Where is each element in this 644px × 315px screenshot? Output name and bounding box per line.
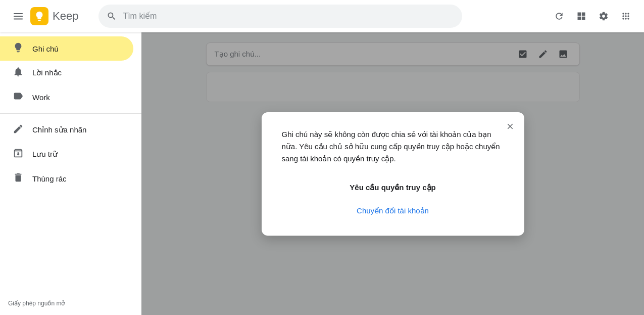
dialog-actions: Yêu cầu quyền truy cập Chuyển đổi tài kh…: [282, 179, 504, 219]
refresh-button[interactable]: [549, 6, 569, 26]
menu-icon[interactable]: [8, 6, 28, 26]
bell-icon: [12, 66, 24, 80]
sidebar-item-archive-label: Lưu trữ: [32, 150, 58, 159]
sidebar-item-work[interactable]: Work: [0, 85, 133, 109]
dialog-overlay: Ghi chú này sẽ không còn được chia sẻ vớ…: [141, 32, 644, 315]
sidebar-footer[interactable]: Giấy phép nguồn mở: [8, 300, 65, 307]
sidebar-item-trash[interactable]: Thùng rác: [0, 166, 133, 191]
dialog: Ghi chú này sẽ không còn được chia sẻ vớ…: [262, 112, 524, 236]
apps-button[interactable]: [616, 6, 636, 26]
trash-icon: [12, 172, 24, 186]
request-access-button[interactable]: Yêu cầu quyền truy cập: [341, 179, 443, 196]
layout: Ghi chú Lời nhắc Work: [0, 32, 644, 315]
app-name: Keep: [53, 10, 78, 23]
dialog-close-button[interactable]: [502, 118, 518, 134]
label-icon: [12, 91, 24, 104]
sidebar-item-work-label: Work: [32, 93, 50, 102]
svg-rect-0: [14, 13, 23, 14]
edit-icon: [12, 123, 24, 137]
sidebar-item-archive[interactable]: Lưu trữ: [0, 142, 133, 166]
sidebar-item-reminders-label: Lời nhắc: [32, 68, 62, 77]
search-bar[interactable]: [98, 5, 462, 28]
sidebar-item-notes[interactable]: Ghi chú: [0, 36, 133, 61]
svg-rect-1: [14, 16, 23, 17]
sidebar-item-edit-labels[interactable]: Chỉnh sửa nhãn: [0, 118, 133, 142]
header: Keep: [0, 0, 644, 32]
app-logo: Keep: [30, 7, 78, 25]
main-content: Tạo ghi chú...: [141, 32, 644, 315]
switch-account-button[interactable]: Chuyển đổi tài khoản: [349, 202, 437, 219]
archive-icon: [12, 148, 24, 161]
sidebar-item-trash-label: Thùng rác: [32, 174, 67, 183]
settings-button[interactable]: [593, 6, 614, 26]
dialog-body-text: Ghi chú này sẽ không còn được chia sẻ vớ…: [282, 128, 504, 165]
sidebar-item-reminders[interactable]: Lời nhắc: [0, 61, 133, 85]
logo-icon: [30, 7, 48, 25]
sidebar-divider: [0, 113, 141, 114]
search-input[interactable]: [123, 12, 454, 21]
sidebar-item-notes-label: Ghi chú: [32, 44, 59, 53]
header-actions: [549, 6, 636, 26]
svg-rect-2: [14, 19, 23, 20]
grid-view-button[interactable]: [571, 6, 591, 26]
sidebar-item-edit-labels-label: Chỉnh sửa nhãn: [32, 125, 86, 134]
search-icon: [107, 11, 117, 21]
bulb-icon: [12, 42, 24, 56]
sidebar: Ghi chú Lời nhắc Work: [0, 32, 141, 315]
